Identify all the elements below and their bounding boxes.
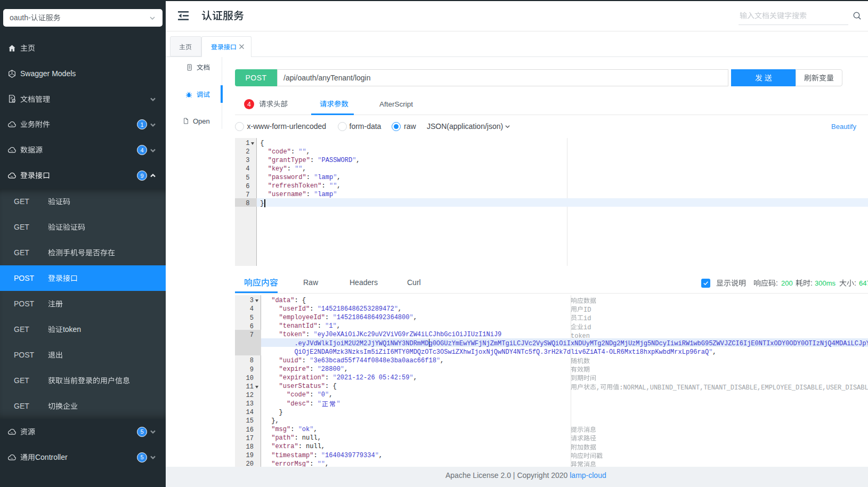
svg-text:,: , [596, 384, 600, 391]
svg-text:id: id [583, 315, 591, 322]
svg-text:token: token [63, 325, 81, 334]
svg-text:id: id [583, 323, 591, 331]
svg-text::NORMAL,UNBIND_TENANT,TENANT_D: :NORMAL,UNBIND_TENANT,TENANT_DISABLE,EMP… [619, 384, 868, 391]
svg-text:token: token [571, 332, 590, 339]
svg-text:oauth-: oauth- [10, 13, 31, 22]
svg-text::: : [854, 279, 856, 287]
svg-text:ID: ID [583, 306, 591, 314]
svg-text:Controller: Controller [35, 453, 68, 461]
svg-text::: : [810, 279, 813, 287]
svg-text::: : [776, 279, 778, 287]
